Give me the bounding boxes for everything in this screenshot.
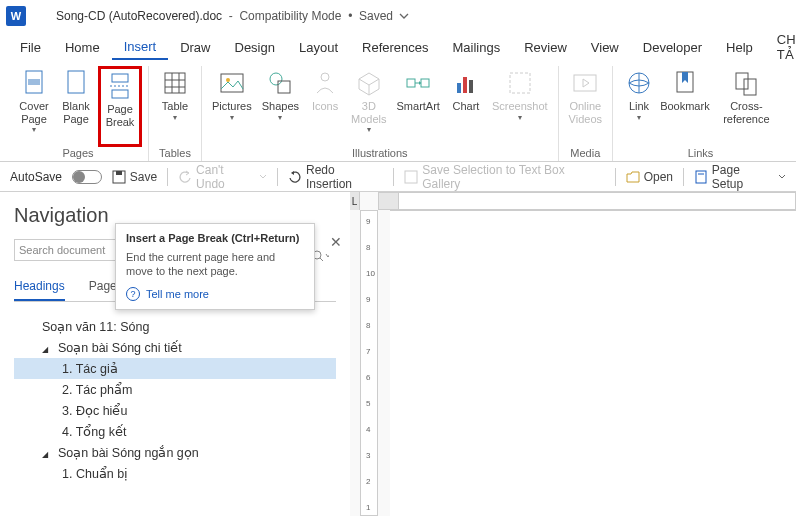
page-break-icon — [105, 71, 135, 101]
ribbon-button-label: Shapes — [262, 100, 299, 113]
3d-models-button: 3DModels▾ — [347, 66, 390, 147]
tree-item-label: Soạn bài Sóng chi tiết — [58, 341, 182, 355]
menu-file[interactable]: File — [8, 36, 53, 59]
svg-point-13 — [270, 73, 282, 85]
shapes-button[interactable]: Shapes▾ — [258, 66, 303, 147]
ruler-mark: 3 — [366, 451, 370, 460]
tell-me-more-link[interactable]: ? Tell me more — [126, 287, 304, 301]
svg-rect-29 — [405, 171, 417, 183]
crossref-icon — [731, 68, 761, 98]
page[interactable] — [390, 210, 796, 516]
ruler-mark: 6 — [366, 373, 370, 382]
ribbon-button-label: Cross-reference — [715, 100, 778, 125]
ribbon-button-label: Table — [162, 100, 188, 113]
tree-item[interactable]: Soạn văn 11: Sóng — [14, 316, 336, 337]
menu-help[interactable]: Help — [714, 36, 765, 59]
menu-mailings[interactable]: Mailings — [441, 36, 513, 59]
link-icon — [624, 68, 654, 98]
chevron-down-icon: ▾ — [637, 113, 641, 122]
ribbon-button-label: BlankPage — [62, 100, 90, 125]
svg-rect-25 — [736, 73, 748, 89]
chevron-down-icon: ▾ — [278, 113, 282, 122]
svg-rect-5 — [112, 90, 128, 98]
svg-rect-19 — [463, 77, 467, 93]
tree-item-label: 4. Tổng kết — [62, 425, 126, 439]
tree-item[interactable]: 1. Tác giả — [14, 358, 336, 379]
link-button[interactable]: Link▾ — [619, 66, 659, 147]
menu-references[interactable]: References — [350, 36, 440, 59]
bookmark-icon — [670, 68, 700, 98]
tooltip-title: Insert a Page Break (Ctrl+Return) — [126, 232, 304, 244]
blank-page-button[interactable]: BlankPage — [56, 66, 96, 147]
smartart-button[interactable]: SmartArt — [393, 66, 444, 147]
title-dropdown-icon[interactable] — [399, 11, 409, 21]
table-icon — [160, 68, 190, 98]
ruler-mark: 5 — [366, 399, 370, 408]
ribbon-group-links: Link▾BookmarkCross-referenceLinks — [613, 66, 788, 161]
pictures-button[interactable]: Pictures▾ — [208, 66, 256, 147]
menu-home[interactable]: Home — [53, 36, 112, 59]
online-videos-button: OnlineVideos — [565, 66, 606, 147]
nav-tab-headings[interactable]: Headings — [14, 275, 65, 301]
tooltip-body: End the current page here and move to th… — [126, 250, 304, 279]
ribbon-button-label: Pictures — [212, 100, 252, 113]
menu-insert[interactable]: Insert — [112, 35, 169, 60]
chevron-down-icon: ▾ — [32, 125, 36, 134]
chart-button[interactable]: Chart — [446, 66, 486, 147]
save-button[interactable]: Save — [112, 170, 157, 184]
tree-item-label: 3. Đọc hiểu — [62, 404, 127, 418]
bookmark-button[interactable]: Bookmark — [661, 66, 709, 147]
ribbon-button-label: Screenshot — [492, 100, 548, 113]
svg-rect-16 — [407, 79, 415, 87]
ribbon-button-label: Icons — [312, 100, 338, 113]
menu-developer[interactable]: Developer — [631, 36, 714, 59]
ruler-mark: 8 — [366, 243, 370, 252]
ribbon-group-illustrations: Pictures▾Shapes▾Icons3DModels▾SmartArtCh… — [202, 66, 559, 161]
tree-item[interactable]: ◢Soạn bài Sóng chi tiết — [14, 337, 336, 358]
open-button[interactable]: Open — [626, 170, 673, 184]
chevron-down-icon: ▾ — [518, 113, 522, 122]
page-setup-button[interactable]: Page Setup — [694, 163, 786, 191]
autosave-toggle[interactable] — [72, 170, 102, 184]
page-break-button[interactable]: PageBreak — [98, 66, 142, 147]
svg-rect-18 — [457, 83, 461, 93]
menu-review[interactable]: Review — [512, 36, 579, 59]
screenshot-button: Screenshot▾ — [488, 66, 552, 147]
ruler-mark: 10 — [366, 269, 375, 278]
3d-icon — [354, 68, 384, 98]
tree-item-label: 1. Tác giả — [62, 362, 118, 376]
ribbon-button-label: PageBreak — [106, 103, 135, 128]
menu-draw[interactable]: Draw — [168, 36, 222, 59]
tree-item[interactable]: 2. Tác phẩm — [14, 379, 336, 400]
menu-layout[interactable]: Layout — [287, 36, 350, 59]
menu-design[interactable]: Design — [223, 36, 287, 59]
tree-item[interactable]: ◢Soạn bài Sóng ngắn gọn — [14, 442, 336, 463]
caret-down-icon: ◢ — [42, 450, 54, 459]
tree-item[interactable]: 1. Chuẩn bị — [14, 463, 336, 484]
ruler-horizontal[interactable] — [378, 192, 796, 210]
ruler-vertical[interactable]: 9810987654321 — [360, 210, 378, 516]
chevron-down-icon: ▾ — [230, 113, 234, 122]
tree-item[interactable]: 3. Đọc hiểu — [14, 400, 336, 421]
tree-item[interactable]: 4. Tổng kết — [14, 421, 336, 442]
tree-item-label: 1. Chuẩn bị — [62, 467, 128, 481]
menu-chính-tả[interactable]: CHÍNH TẢ — [765, 28, 796, 66]
ruler-mark: 9 — [366, 217, 370, 226]
undo-button: Can't Undo — [178, 163, 267, 191]
close-icon[interactable]: ✕ — [328, 234, 344, 250]
cover-page-button[interactable]: CoverPage▾ — [14, 66, 54, 147]
cross-reference-button[interactable]: Cross-reference — [711, 66, 782, 147]
blank-page-icon — [61, 68, 91, 98]
document-area[interactable]: L 9810987654321 — [350, 192, 796, 516]
ribbon-button-label: Chart — [452, 100, 479, 113]
ribbon-group-label: Illustrations — [352, 147, 408, 161]
pictures-icon — [217, 68, 247, 98]
tree-item-label: 2. Tác phẩm — [62, 383, 132, 397]
svg-rect-28 — [116, 171, 122, 175]
icons-icon — [310, 68, 340, 98]
table-button[interactable]: Table▾ — [155, 66, 195, 147]
redo-button[interactable]: Redo Insertion — [288, 163, 383, 191]
menu-view[interactable]: View — [579, 36, 631, 59]
ribbon-button-label: SmartArt — [397, 100, 440, 113]
tab-selector[interactable]: L — [350, 192, 360, 210]
